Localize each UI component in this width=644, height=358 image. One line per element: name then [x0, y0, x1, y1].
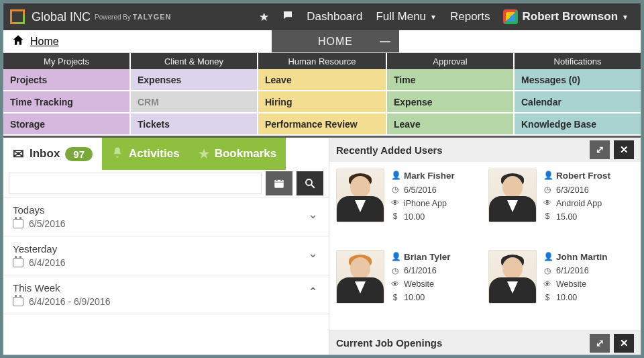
avatar [488, 169, 537, 222]
tile-expenses[interactable]: Expenses [131, 69, 258, 90]
tile-crm[interactable]: CRM [131, 91, 258, 112]
acc-todays[interactable]: Todays 6/5/2016 ⌄ [3, 197, 329, 236]
tile-projects[interactable]: Projects [3, 69, 131, 90]
user-date: 6/3/2016 [556, 183, 589, 197]
acc-title: Todays [13, 204, 319, 216]
nav-dashboard-label: Dashboard [307, 10, 362, 24]
date-accordion: Todays 6/5/2016 ⌄ Yesterday 6/4/2016 ⌄ T… [3, 197, 329, 314]
nav-full-menu-label: Full Menu [376, 10, 426, 24]
home-tab[interactable]: HOME — [272, 30, 399, 52]
user-source: Website [556, 277, 586, 291]
user-badge-icon [503, 9, 518, 24]
brand-name: Global INC [32, 10, 91, 24]
chevron-down-icon: ▼ [622, 13, 629, 21]
nav-full-menu[interactable]: Full Menu▼ [376, 10, 437, 24]
user-name: Brian Tyler [404, 250, 451, 265]
tile-leave-approval[interactable]: Leave [387, 114, 515, 134]
left-tabs: ✉ Inbox 97 Activities ★ Bookmarks [3, 138, 329, 170]
powered-brand: TALYGEN [133, 13, 172, 21]
tile-hiring[interactable]: Hiring [258, 91, 387, 112]
inbox-label: Inbox [30, 147, 60, 161]
close-icon[interactable]: ✕ [614, 334, 634, 353]
dollar-icon: $ [543, 292, 551, 304]
tab-inbox[interactable]: ✉ Inbox 97 [3, 138, 102, 170]
acc-title: This Week [13, 282, 319, 294]
chat-icon[interactable] [280, 9, 296, 25]
calendar-icon [13, 219, 23, 228]
clock-icon: ◷ [543, 183, 551, 196]
chevron-down-icon: ⌄ [308, 207, 318, 222]
acc-this-week[interactable]: This Week 6/4/2016 - 6/9/2016 ⌃ [3, 275, 329, 314]
powered-by: Powered By TALYGEN [95, 13, 171, 21]
expand-icon[interactable]: ⤢ [590, 334, 610, 353]
tile-perf-review[interactable]: Performance Review [258, 114, 387, 134]
cat-notifications: Notifications [515, 53, 641, 69]
expand-icon[interactable]: ⤢ [590, 140, 610, 159]
activities-label: Activities [129, 147, 180, 161]
home-tab-label: HOME [318, 36, 353, 48]
tab-bookmarks[interactable]: ★ Bookmarks [189, 138, 286, 170]
acc-yesterday[interactable]: Yesterday 6/4/2016 ⌄ [3, 236, 329, 275]
nav-dashboard[interactable]: Dashboard [307, 10, 362, 24]
user-date: 6/1/2016 [404, 264, 437, 277]
date-picker-button[interactable] [266, 171, 292, 195]
acc-sub: 6/4/2016 - 6/9/2016 [13, 296, 319, 307]
tab-activities[interactable]: Activities [102, 138, 189, 170]
category-row: My Projects Client & Money Human Resourc… [3, 53, 641, 69]
svg-rect-3 [274, 182, 284, 183]
chevron-down-icon: ▼ [430, 13, 437, 21]
svg-line-5 [311, 185, 315, 188]
acc-sub: 6/4/2016 [13, 257, 319, 268]
user-meta: 👤John Martin ◷6/1/2016 👁Website $10.00 [543, 250, 608, 327]
left-column: ✉ Inbox 97 Activities ★ Bookmarks [3, 138, 329, 355]
cat-approval: Approval [387, 53, 515, 69]
tile-knowledge-base[interactable]: Knowledge Base [515, 114, 641, 134]
panel-job-openings-header: Current Job Openings ⤢ ✕ [329, 330, 641, 355]
app-frame: Global INC Powered By TALYGEN ★ Dashboar… [3, 3, 641, 355]
tile-leave[interactable]: Leave [258, 69, 387, 90]
panel-title: Current Job Openings [336, 337, 442, 349]
calendar-icon [13, 258, 23, 267]
breadcrumb-home-link[interactable]: Home [30, 36, 59, 48]
user-menu[interactable]: Robert Brownson ▼ [503, 9, 629, 24]
tile-storage[interactable]: Storage [3, 114, 131, 134]
user-amount: 15.00 [556, 210, 577, 224]
tile-time[interactable]: Time [387, 69, 515, 90]
tile-grid: Projects Expenses Leave Time Messages (0… [3, 69, 641, 138]
user-name: Robert Brownson [522, 10, 618, 24]
nav-reports[interactable]: Reports [450, 10, 490, 24]
person-icon: 👤 [391, 169, 399, 182]
eye-icon: 👁 [543, 197, 551, 210]
close-icon[interactable]: ✕ [614, 140, 634, 159]
user-date: 6/5/2016 [404, 183, 437, 197]
recent-users-grid: 👤Mark Fisher ◷6/5/2016 👁iPhone App $10.0… [329, 162, 641, 330]
search-button[interactable] [297, 171, 323, 195]
user-amount: 10.00 [404, 291, 425, 304]
clock-icon: ◷ [391, 265, 399, 277]
acc-title: Yesterday [13, 243, 319, 255]
tile-time-tracking[interactable]: Time Tracking [3, 91, 131, 112]
logo-icon [10, 9, 25, 24]
user-source: iPhone App [404, 197, 447, 210]
tile-expense[interactable]: Expense [387, 91, 515, 112]
avatar [336, 169, 384, 222]
user-card: 👤Robert Frost ◷6/3/2016 👁Android App $15… [488, 169, 634, 246]
tile-tickets[interactable]: Tickets [131, 114, 258, 134]
star-icon[interactable]: ★ [256, 10, 272, 24]
user-date: 6/1/2016 [556, 264, 589, 277]
user-name: John Martin [556, 250, 608, 265]
filter-input[interactable] [9, 173, 262, 194]
user-name: Robert Frost [556, 169, 610, 183]
chevron-up-icon: ⌃ [308, 285, 318, 300]
clock-icon: ◷ [391, 183, 399, 196]
cat-hr: Human Resource [258, 53, 387, 69]
user-amount: 10.00 [404, 210, 425, 224]
person-icon: 👤 [391, 251, 399, 263]
user-meta: 👤Mark Fisher ◷6/5/2016 👁iPhone App $10.0… [391, 169, 455, 246]
tile-calendar[interactable]: Calendar [515, 91, 641, 112]
cat-my-projects: My Projects [3, 53, 131, 69]
clock-icon: ◷ [543, 265, 551, 277]
tile-messages[interactable]: Messages (0) [515, 69, 641, 90]
minimize-icon[interactable]: — [380, 36, 391, 48]
svg-rect-1 [276, 179, 278, 181]
